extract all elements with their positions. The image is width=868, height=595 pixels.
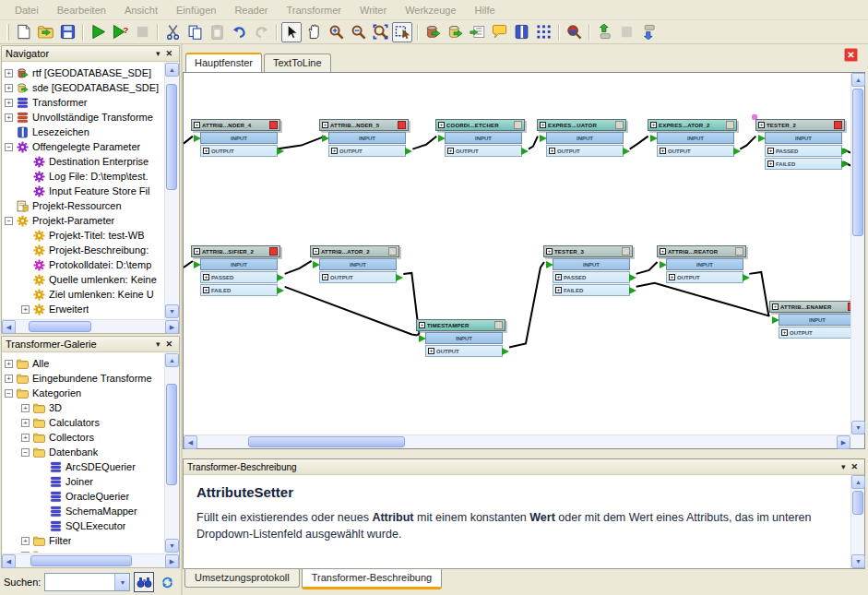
port-output[interactable]: OUTPUT xyxy=(328,145,406,157)
expand-icon[interactable] xyxy=(21,434,30,442)
node-expand-icon[interactable] xyxy=(546,248,553,255)
pan-tool-icon[interactable] xyxy=(303,22,324,42)
canvas-vertical-scrollbar[interactable]: ▲ ▼ xyxy=(850,73,864,434)
collapse-icon[interactable] xyxy=(21,448,30,457)
node-expand-icon[interactable] xyxy=(540,122,546,128)
tree-item[interactable]: Destination Enterprise xyxy=(3,154,164,169)
node-badge[interactable] xyxy=(269,121,278,129)
panel-menu-icon[interactable]: ▾ xyxy=(153,49,163,58)
port-input[interactable]: INPUT xyxy=(666,258,743,270)
tree-item[interactable]: Kategorien xyxy=(3,386,164,400)
node-badge[interactable] xyxy=(726,121,734,129)
menu-bearbeiten[interactable]: Bearbeiten xyxy=(48,2,115,18)
menu-einfuegen[interactable]: Einfügen xyxy=(167,2,225,18)
tree-item[interactable]: Quelle umlenken: Keine xyxy=(3,272,164,287)
port-output[interactable]: OUTPUT xyxy=(200,145,278,157)
menu-datei[interactable]: Datei xyxy=(6,2,48,18)
port-output[interactable]: OUTPUT xyxy=(445,145,522,157)
node-badge[interactable] xyxy=(388,247,397,256)
comment-icon[interactable] xyxy=(489,22,509,42)
cut-icon[interactable] xyxy=(162,22,183,42)
expand-icon[interactable] xyxy=(5,113,13,122)
port-input[interactable]: INPUT xyxy=(657,132,734,144)
search-input[interactable]: ▼ xyxy=(44,573,130,591)
node-expand-icon[interactable] xyxy=(758,122,765,128)
tree-item[interactable]: Joiner xyxy=(3,474,164,489)
move-down-icon[interactable] xyxy=(638,22,659,42)
scroll-right-icon[interactable]: ▶ xyxy=(165,554,179,568)
tree-item[interactable]: Log File: D:\temp\test. xyxy=(3,169,164,184)
scrollbar-thumb[interactable] xyxy=(166,384,177,485)
tree-item[interactable]: SQLExecutor xyxy=(3,518,164,533)
description-vertical-scrollbar[interactable]: ▲ ▼ xyxy=(850,475,864,568)
node-tester-2[interactable]: TESTER_2 INPUT PASSED FAILED xyxy=(755,119,845,170)
port-input[interactable]: INPUT xyxy=(546,132,624,144)
menu-writer[interactable]: Writer xyxy=(351,2,396,18)
tree-item[interactable]: Collectors xyxy=(3,430,164,445)
zoom-out-icon[interactable] xyxy=(348,22,368,42)
node-expand-icon[interactable] xyxy=(322,122,328,128)
collapse-icon[interactable] xyxy=(5,389,13,398)
node-expand-icon[interactable] xyxy=(194,248,200,255)
expand-icon[interactable] xyxy=(21,305,30,314)
node-expand-icon[interactable] xyxy=(660,248,666,255)
port-input[interactable]: INPUT xyxy=(553,258,630,270)
select-tool-icon[interactable] xyxy=(281,22,302,42)
tree-item[interactable]: Projekt-Parameter xyxy=(3,213,164,228)
scroll-up-icon[interactable]: ▲ xyxy=(165,63,179,77)
node-attrib-nder-5[interactable]: ATTRIB...NDER_5 INPUT OUTPUT xyxy=(319,119,409,157)
tree-item[interactable]: OracleQuerier xyxy=(3,489,164,504)
port-input[interactable]: INPUT xyxy=(319,258,397,270)
expand-icon[interactable] xyxy=(5,375,13,383)
grid-icon[interactable] xyxy=(533,22,553,42)
node-expres-ator-2[interactable]: EXPRES...ATOR_2 INPUT OUTPUT xyxy=(648,119,737,157)
expand-icon[interactable] xyxy=(21,537,30,545)
menu-hilfe[interactable]: Hilfe xyxy=(466,2,505,18)
tree-item[interactable]: ArcSDEQuerier xyxy=(3,459,164,474)
node-badge[interactable] xyxy=(615,121,624,129)
collapse-icon[interactable] xyxy=(5,217,13,225)
expand-icon[interactable] xyxy=(21,404,30,412)
port-output[interactable]: OUTPUT xyxy=(779,327,850,339)
add-reader-icon[interactable] xyxy=(422,22,443,42)
find-button[interactable] xyxy=(134,572,153,592)
scroll-up-icon[interactable]: ▲ xyxy=(851,73,865,87)
navigator-vertical-scrollbar[interactable]: ▲ ▼ xyxy=(164,63,178,318)
port-input[interactable]: INPUT xyxy=(445,132,522,144)
node-expand-icon[interactable] xyxy=(650,122,657,128)
scrollbar-thumb[interactable] xyxy=(852,89,863,236)
scrollbar-thumb[interactable] xyxy=(29,321,91,332)
node-attrib-enamer[interactable]: ATTRIB...ENAMER INPUT OUTPUT xyxy=(769,301,850,339)
tree-item[interactable]: Projekt-Beschreibung: xyxy=(3,243,164,257)
scroll-down-icon[interactable]: ▼ xyxy=(165,539,179,553)
node-expres-uator[interactable]: EXPRES...UATOR INPUT OUTPUT xyxy=(537,119,626,157)
port-input[interactable]: INPUT xyxy=(200,258,278,270)
tab-transformer-beschreibung[interactable]: Transformer-Beschreibung xyxy=(302,569,442,589)
paste-icon[interactable] xyxy=(207,22,227,42)
tree-item[interactable]: SchemaMapper xyxy=(3,504,164,518)
port-output[interactable]: OUTPUT xyxy=(425,345,503,357)
node-attrib-sifier-2[interactable]: ATTRIB...SIFIER_2 INPUT PASSED FAILED xyxy=(191,245,280,296)
node-badge[interactable] xyxy=(494,321,503,329)
tree-item[interactable]: Calculators xyxy=(3,415,164,430)
node-timestamper[interactable]: TIMESTAMPER INPUT OUTPUT xyxy=(416,319,505,357)
node-badge[interactable] xyxy=(269,247,278,256)
open-icon[interactable] xyxy=(35,22,55,42)
undo-icon[interactable] xyxy=(229,22,249,42)
scroll-down-icon[interactable]: ▼ xyxy=(851,421,865,434)
tree-item[interactable]: rtf [GEODATABASE_SDE] xyxy=(3,65,164,80)
tree-item[interactable]: Erweitert xyxy=(3,302,164,316)
scrollbar-thumb[interactable] xyxy=(166,84,177,190)
save-icon[interactable] xyxy=(57,22,77,42)
expand-icon[interactable] xyxy=(5,69,13,77)
gallery-horizontal-scrollbar[interactable]: ◀ ▶ xyxy=(2,553,179,567)
expand-icon[interactable] xyxy=(5,360,13,368)
menu-ansicht[interactable]: Ansicht xyxy=(115,2,167,18)
stamp-icon[interactable] xyxy=(616,22,636,42)
node-attrib-reator[interactable]: ATTRIB...REATOR INPUT OUTPUT xyxy=(657,245,746,283)
redo-icon[interactable] xyxy=(251,22,271,42)
port-failed[interactable]: FAILED xyxy=(553,284,630,296)
tree-item[interactable]: Filter xyxy=(3,533,164,548)
port-failed[interactable]: FAILED xyxy=(765,158,842,170)
stop-icon[interactable] xyxy=(132,22,152,42)
